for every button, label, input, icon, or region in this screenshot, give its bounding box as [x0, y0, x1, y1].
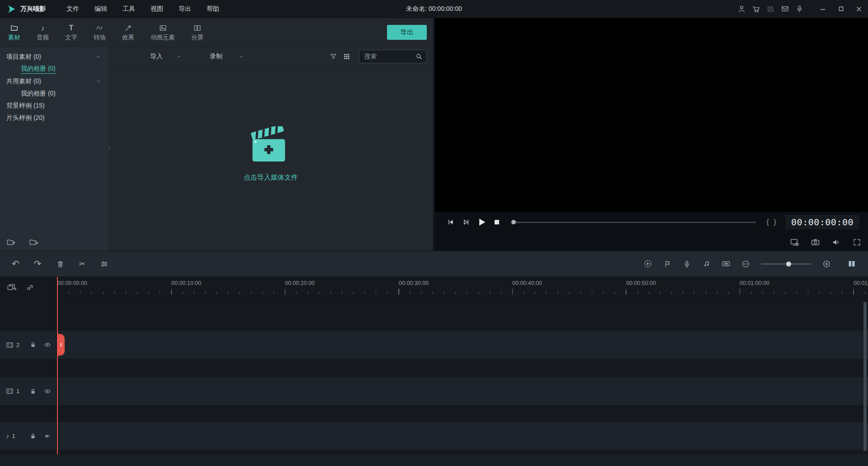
- undo-icon[interactable]: ↶: [12, 259, 19, 268]
- dual-pane-view-icon[interactable]: [847, 259, 856, 268]
- sidebar-item-intro-samples[interactable]: 片头样例 (20): [0, 112, 108, 124]
- menu-bar: 文件 编辑 工具 视图 导出 帮助: [66, 5, 219, 13]
- filter-icon[interactable]: [326, 50, 340, 63]
- maximize-button[interactable]: [832, 0, 850, 18]
- empty-state-label[interactable]: 点击导入媒体文件: [244, 173, 298, 182]
- track-video-1[interactable]: 1: [0, 377, 868, 405]
- menu-export[interactable]: 导出: [179, 5, 191, 13]
- video-track-icon: [6, 342, 14, 348]
- edit-tools-group: ↶ ↷ ✂: [12, 259, 108, 268]
- delete-folder-icon[interactable]: [29, 238, 39, 247]
- sidebar-item-my-album-project[interactable]: 我的相册 (0): [0, 63, 108, 75]
- ruler-label: 00:01:10:00: [854, 280, 868, 286]
- chevron-down-icon[interactable]: [95, 54, 101, 60]
- add-folder-icon[interactable]: [6, 238, 16, 247]
- account-icon[interactable]: [734, 0, 749, 18]
- track-video-2[interactable]: 2: [0, 331, 868, 359]
- sidebar-collapse-handle[interactable]: ‹: [108, 141, 112, 155]
- display-settings-icon[interactable]: [790, 238, 799, 247]
- export-button[interactable]: 导出: [387, 25, 427, 40]
- mail-icon[interactable]: [778, 0, 792, 18]
- render-preview-icon[interactable]: [643, 259, 652, 268]
- delete-icon[interactable]: [56, 260, 65, 268]
- adjust-icon[interactable]: [100, 260, 108, 268]
- marker-flag-icon[interactable]: [663, 260, 672, 268]
- mark-out-icon[interactable]: }: [771, 218, 778, 226]
- app-logo: 万兴喵影: [0, 4, 46, 14]
- ruler-label: 00:00:30:00: [399, 280, 429, 286]
- grid-view-icon[interactable]: [340, 50, 354, 63]
- vertical-scrollbar[interactable]: [863, 302, 867, 451]
- seek-bar[interactable]: [511, 222, 756, 223]
- tab-splitscreen[interactable]: 分屏: [183, 18, 212, 47]
- mark-in-icon[interactable]: {: [764, 218, 771, 226]
- preview-secondary-controls: [790, 233, 862, 251]
- timeline-zoom-slider[interactable]: [761, 263, 811, 265]
- horizontal-scrollbar[interactable]: [0, 454, 868, 466]
- lock-icon[interactable]: [29, 388, 37, 395]
- tab-audio[interactable]: ♪ 音频: [28, 18, 57, 47]
- link-icon[interactable]: [26, 283, 34, 292]
- search-icon[interactable]: [415, 53, 423, 60]
- chevron-down-icon[interactable]: [95, 78, 101, 84]
- mute-icon[interactable]: [43, 433, 52, 440]
- preview-timecode: 00:00:00:00: [785, 214, 860, 230]
- eye-icon[interactable]: [43, 341, 52, 348]
- lock-icon[interactable]: [29, 433, 37, 440]
- menu-tools[interactable]: 工具: [123, 5, 135, 13]
- tab-media[interactable]: 素材: [0, 18, 28, 47]
- tab-transitions[interactable]: 转场: [85, 18, 114, 47]
- play-button[interactable]: [474, 214, 489, 230]
- record-dropdown[interactable]: 录制: [210, 52, 244, 61]
- tab-text[interactable]: T 文字: [57, 18, 85, 47]
- sidebar-item-project-media[interactable]: 项目素材 (0): [0, 51, 108, 63]
- previous-frame-button[interactable]: [443, 214, 458, 230]
- stop-button[interactable]: [489, 214, 505, 230]
- preview-panel: { } 00:00:00:00: [435, 18, 868, 251]
- fit-timeline-icon[interactable]: [722, 259, 731, 268]
- effects-icon: [124, 24, 132, 32]
- close-button[interactable]: [850, 0, 868, 18]
- next-frame-button[interactable]: [458, 214, 474, 230]
- tab-effects[interactable]: 效果: [114, 18, 142, 47]
- voiceover-icon[interactable]: [792, 0, 807, 18]
- audio-mixer-icon[interactable]: [702, 260, 711, 268]
- sidebar-folder-actions: [6, 238, 39, 247]
- zoom-slider-handle[interactable]: [786, 262, 791, 266]
- import-dropdown[interactable]: 导入: [150, 52, 182, 61]
- menu-view[interactable]: 视图: [151, 5, 163, 13]
- track-type-video: 2: [6, 342, 29, 348]
- zoom-in-icon[interactable]: [822, 260, 831, 268]
- sidebar-item-my-album-shared[interactable]: 我的相册 (0): [0, 87, 108, 100]
- fullscreen-icon[interactable]: [852, 238, 862, 247]
- split-scissors-icon[interactable]: ✂: [79, 260, 85, 268]
- sidebar-item-background-samples[interactable]: 背景样例 (15): [0, 100, 108, 112]
- playhead-handle[interactable]: ✂: [57, 334, 65, 356]
- zoom-out-icon[interactable]: [741, 260, 750, 268]
- track-number: 2: [16, 342, 19, 348]
- snapshot-camera-icon[interactable]: [811, 238, 820, 247]
- manage-tracks-icon[interactable]: [7, 283, 17, 292]
- record-voiceover-icon[interactable]: [683, 260, 691, 268]
- chevron-down-icon: [176, 54, 182, 59]
- ruler-label: 00:00:20:00: [285, 280, 315, 286]
- sidebar-item-shared-media[interactable]: 共用素材 (0): [0, 75, 108, 87]
- lock-icon[interactable]: [29, 341, 37, 348]
- menu-help[interactable]: 帮助: [207, 5, 219, 13]
- playhead-line[interactable]: [57, 277, 58, 454]
- timeline: 00:00:00:00 00:00:10:00 00:00:20:00 00:0…: [0, 277, 868, 466]
- seek-handle[interactable]: [511, 220, 516, 224]
- search-input[interactable]: [360, 53, 415, 60]
- menu-edit[interactable]: 编辑: [94, 5, 107, 13]
- eye-icon[interactable]: [43, 388, 52, 395]
- minimize-button[interactable]: [814, 0, 832, 18]
- save-icon[interactable]: [763, 0, 778, 18]
- track-audio-1[interactable]: ♪ 1: [0, 422, 868, 450]
- cart-icon[interactable]: [749, 0, 763, 18]
- tab-elements[interactable]: 动画元素: [142, 18, 183, 47]
- timeline-ruler[interactable]: 00:00:00:00 00:00:10:00 00:00:20:00 00:0…: [57, 277, 868, 298]
- redo-icon[interactable]: ↷: [34, 259, 42, 268]
- menu-file[interactable]: 文件: [66, 5, 79, 13]
- volume-icon[interactable]: [831, 238, 841, 247]
- empty-media-state[interactable]: 点击导入媒体文件: [108, 62, 433, 246]
